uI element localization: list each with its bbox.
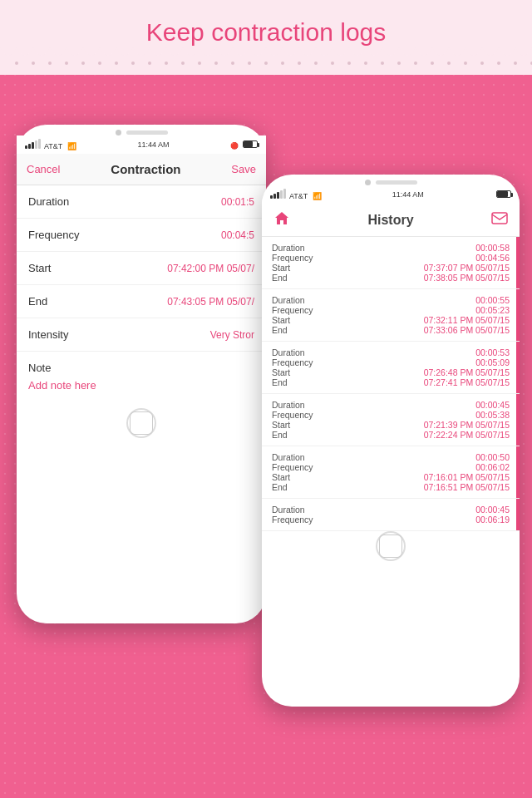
home-icon[interactable]	[273, 210, 290, 229]
home-button-inner-left	[130, 411, 153, 435]
status-bar-left: AT&T 📶 11:44 AM 🔴	[17, 135, 266, 154]
history-row: Start 07:32:11 PM 05/07/15	[272, 315, 510, 325]
svg-point-26	[447, 62, 451, 65]
phone-notch-right	[262, 175, 520, 185]
wifi-icon-left: 📶	[67, 142, 76, 150]
history-row: Frequency 00:05:09	[272, 357, 510, 367]
history-row: Frequency 00:06:19	[272, 515, 510, 525]
row-frequency: Frequency 00:04:5	[17, 219, 266, 252]
end-label: End	[28, 295, 47, 308]
phone-notch-left	[17, 125, 266, 135]
battery-right	[495, 190, 511, 200]
history-row: Start 07:26:48 PM 05/07/15	[272, 367, 510, 377]
time-left: 11:44 AM	[138, 140, 170, 149]
history-row: End 07:27:41 PM 05/07/15	[272, 377, 510, 387]
history-row: Start 07:16:01 PM 05/07/15	[272, 472, 510, 482]
phone-right: AT&T 📶 11:44 AM History	[262, 175, 520, 707]
history-row: Duration 00:00:55	[272, 295, 510, 305]
svg-point-4	[81, 62, 85, 65]
speaker-left	[126, 131, 168, 135]
svg-point-17	[298, 62, 301, 65]
history-row: Frequency 00:04:56	[272, 253, 510, 263]
svg-point-21	[364, 62, 367, 65]
battery-left: 🔴	[230, 140, 258, 150]
history-row: Frequency 00:06:02	[272, 462, 510, 472]
svg-point-20	[347, 62, 351, 65]
history-entry-3[interactable]: Duration 00:00:45 Frequency 00:05:38 Sta…	[262, 394, 520, 446]
svg-point-5	[98, 62, 101, 65]
carrier-left: AT&T 📶	[25, 139, 76, 150]
frequency-label: Frequency	[28, 229, 79, 241]
frequency-value: 00:04:5	[221, 229, 254, 241]
history-list: Duration 00:00:58 Frequency 00:04:56 Sta…	[262, 237, 520, 531]
wifi-icon-right: 📶	[313, 192, 322, 200]
svg-point-2	[48, 62, 52, 65]
cancel-button[interactable]: Cancel	[27, 163, 60, 175]
phone-left: AT&T 📶 11:44 AM 🔴 Cancel Contraction Sav…	[17, 125, 266, 623]
history-entry-1[interactable]: Duration 00:00:55 Frequency 00:05:23 Sta…	[262, 289, 520, 342]
svg-point-8	[148, 62, 151, 65]
note-placeholder[interactable]: Add note here	[28, 379, 254, 392]
mail-icon[interactable]	[491, 212, 508, 228]
svg-point-10	[181, 62, 185, 65]
history-row: Duration 00:00:45	[272, 400, 510, 410]
svg-point-6	[115, 62, 118, 65]
svg-point-25	[431, 62, 434, 65]
carrier-right: AT&T 📶	[270, 189, 322, 200]
svg-point-29	[497, 62, 500, 65]
svg-point-7	[131, 62, 135, 65]
svg-point-13	[231, 62, 234, 65]
note-section: Note Add note here	[17, 352, 266, 401]
content-left: Duration 00:01:5 Frequency 00:04:5 Start…	[17, 185, 266, 401]
home-button-inner-right	[379, 534, 402, 558]
history-row: Start 07:21:39 PM 05/07/15	[272, 420, 510, 430]
start-value: 07:42:00 PM 05/07/	[167, 263, 254, 274]
history-row: End 07:16:51 PM 05/07/15	[272, 482, 510, 492]
svg-point-9	[165, 62, 168, 65]
history-row: Frequency 00:05:23	[272, 305, 510, 315]
nav-title-right: History	[367, 213, 413, 228]
camera-left	[116, 130, 121, 135]
svg-rect-32	[492, 213, 507, 224]
row-end: End 07:43:05 PM 05/07/	[17, 285, 266, 318]
history-row: Duration 00:00:58	[272, 243, 510, 253]
history-row: Start 07:37:07 PM 05/07/15	[272, 263, 510, 273]
svg-point-11	[198, 62, 201, 65]
row-start: Start 07:42:00 PM 05/07/	[17, 252, 266, 285]
note-label: Note	[28, 362, 254, 374]
end-value: 07:43:05 PM 05/07/	[167, 296, 254, 308]
svg-point-18	[314, 62, 318, 65]
home-button-right[interactable]	[376, 531, 406, 561]
nav-bar-left: Cancel Contraction Save	[17, 154, 266, 185]
history-entry-0[interactable]: Duration 00:00:58 Frequency 00:04:56 Sta…	[262, 237, 520, 289]
history-row: End 07:33:06 PM 05/07/15	[272, 325, 510, 335]
duration-label: Duration	[28, 195, 69, 208]
history-row: End 07:38:05 PM 05/07/15	[272, 273, 510, 283]
svg-point-19	[331, 62, 334, 65]
svg-point-16	[281, 62, 284, 65]
history-row: Duration 00:00:50	[272, 452, 510, 462]
svg-point-15	[264, 62, 268, 65]
history-entry-2[interactable]: Duration 00:00:53 Frequency 00:05:09 Sta…	[262, 342, 520, 394]
row-duration: Duration 00:01:5	[17, 185, 266, 219]
svg-point-22	[381, 62, 384, 65]
history-entry-4[interactable]: Duration 00:00:50 Frequency 00:06:02 Sta…	[262, 446, 520, 499]
history-entry-5[interactable]: Duration 00:00:45 Frequency 00:06:19	[262, 499, 520, 531]
history-row: Frequency 00:05:38	[272, 410, 510, 420]
save-button[interactable]: Save	[231, 163, 256, 175]
svg-point-27	[464, 62, 467, 65]
start-label: Start	[28, 262, 51, 274]
svg-point-28	[480, 62, 484, 65]
history-row: Duration 00:00:53	[272, 347, 510, 357]
svg-point-0	[15, 62, 18, 65]
intensity-value: Very Stror	[210, 329, 254, 341]
phones-area: AT&T 📶 11:44 AM 🔴 Cancel Contraction Sav…	[0, 75, 532, 723]
duration-value: 00:01:5	[221, 196, 254, 208]
home-button-left[interactable]	[126, 408, 156, 438]
status-bar-right: AT&T 📶 11:44 AM	[262, 185, 520, 204]
history-row: Duration 00:00:45	[272, 505, 510, 515]
nav-title-left: Contraction	[111, 162, 180, 176]
nav-bar-right: History	[262, 204, 520, 237]
lace-border	[0, 47, 532, 75]
svg-point-23	[397, 62, 401, 65]
